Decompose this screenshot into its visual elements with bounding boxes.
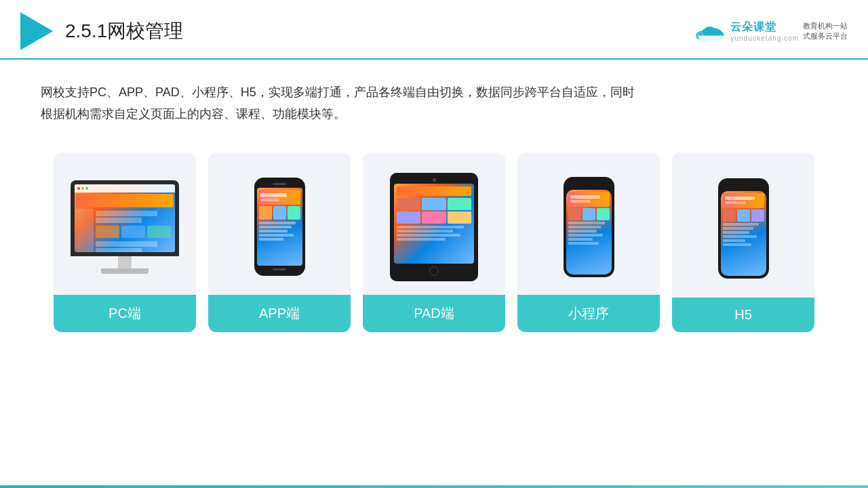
page-title: 2.5.1网校管理 (65, 18, 183, 44)
brand-name: 云朵课堂 (730, 20, 799, 35)
brand-tagline: 教育机构一站 式服务云平台 (803, 21, 848, 42)
pc-monitor-icon (71, 180, 179, 274)
miniprogram-label: 小程序 (517, 295, 660, 332)
cloud-icon (694, 20, 726, 42)
brand-icon-area: 云朵课堂 yunduoketang.com 教育机构一站 式服务云平台 (694, 20, 848, 42)
h5-label: H5 (672, 298, 814, 332)
bottom-accent-line (0, 485, 868, 488)
pc-label: PC端 (54, 295, 196, 332)
brand-url: yunduoketang.com (730, 35, 799, 42)
header: 2.5.1网校管理 云朵课堂 yunduoketang.com 教育机构一站 式… (0, 0, 868, 60)
h5-phone-icon (718, 178, 769, 279)
logo-triangle-icon (20, 12, 53, 50)
description-text: 网校支持PC、APP、PAD、小程序、H5，实现多端打通，产品各终端自由切换，数… (0, 60, 678, 139)
pc-image-area (54, 152, 196, 295)
h5-image-area (672, 152, 814, 298)
card-pad: PAD端 (363, 152, 505, 332)
device-cards-section: PC端 (0, 139, 868, 352)
app-phone-icon (254, 178, 305, 276)
pad-tablet-icon (390, 173, 478, 281)
miniprogram-image-area (517, 152, 660, 295)
app-image-area (208, 152, 351, 295)
app-label: APP端 (208, 295, 351, 332)
title-number: 2.5.1 (65, 20, 107, 41)
tagline-2: 式服务云平台 (803, 31, 848, 41)
brand-text-block: 云朵课堂 yunduoketang.com (730, 20, 799, 42)
brand-logo: 云朵课堂 yunduoketang.com 教育机构一站 式服务云平台 (694, 20, 848, 42)
pad-label: PAD端 (363, 295, 505, 332)
miniprogram-phone-icon (564, 177, 614, 277)
card-miniprogram: 小程序 (517, 152, 660, 332)
card-pc: PC端 (54, 152, 196, 332)
card-h5: H5 (672, 152, 814, 332)
header-left: 2.5.1网校管理 (20, 12, 183, 50)
tagline-1: 教育机构一站 (803, 21, 848, 31)
card-app: APP端 (208, 152, 351, 332)
title-cn: 网校管理 (107, 20, 183, 41)
pad-image-area (363, 152, 505, 295)
